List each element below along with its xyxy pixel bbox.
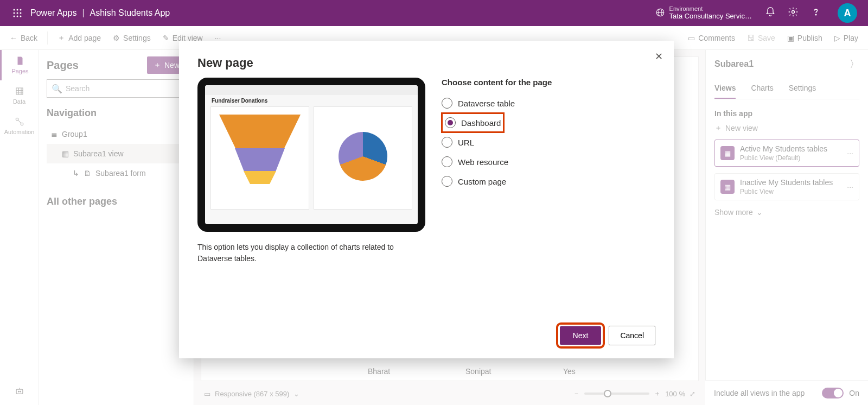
dashboard-preview: Fundraiser Donations	[197, 78, 425, 232]
choose-label: Choose content for the page	[442, 78, 655, 87]
avatar[interactable]: A	[838, 3, 857, 23]
close-icon[interactable]: ✕	[655, 50, 663, 62]
environment-picker[interactable]: Environment Tata Consultancy Servic…	[655, 6, 752, 20]
option-dashboard[interactable]: Dashboard	[442, 113, 504, 132]
svg-point-0	[14, 9, 15, 11]
cancel-button[interactable]: Cancel	[609, 326, 655, 345]
svg-point-12	[815, 14, 816, 15]
svg-point-1	[17, 9, 18, 11]
waffle-icon[interactable]	[4, 9, 30, 17]
dialog-title: New page	[197, 56, 655, 70]
preview-title: Fundraiser Donations	[205, 95, 418, 106]
globe-icon	[655, 8, 665, 19]
option-web-resource[interactable]: Web resource	[442, 152, 655, 172]
env-name: Tata Consultancy Servic…	[669, 12, 752, 20]
gear-icon[interactable]	[788, 7, 799, 20]
svg-point-5	[20, 12, 22, 14]
svg-point-6	[14, 16, 15, 17]
svg-point-4	[17, 12, 18, 14]
app-name[interactable]: Ashish Students App	[90, 8, 170, 18]
product-name[interactable]: Power Apps	[30, 8, 76, 18]
option-dataverse[interactable]: Dataverse table	[442, 93, 655, 113]
svg-point-3	[14, 12, 15, 14]
bell-icon[interactable]	[765, 7, 776, 20]
option-url[interactable]: URL	[442, 132, 655, 152]
new-page-dialog: New page ✕ Fundraiser Donations	[179, 41, 674, 358]
env-label: Environment	[669, 6, 752, 12]
svg-point-11	[792, 10, 795, 13]
svg-point-8	[20, 16, 22, 17]
next-button[interactable]: Next	[560, 326, 602, 345]
option-description: This option lets you display a collectio…	[197, 242, 425, 264]
breadcrumb: Power Apps | Ashish Students App	[30, 8, 170, 18]
global-header: Power Apps | Ashish Students App Environ…	[0, 0, 868, 26]
option-custom-page[interactable]: Custom page	[442, 172, 655, 191]
svg-point-7	[17, 16, 18, 17]
svg-point-2	[20, 9, 22, 11]
help-icon[interactable]	[810, 7, 821, 20]
